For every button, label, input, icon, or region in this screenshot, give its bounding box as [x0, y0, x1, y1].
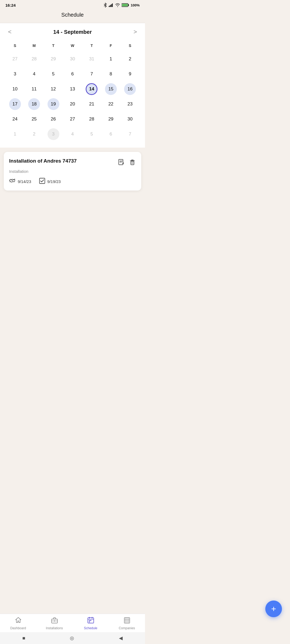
day-number: 22 — [105, 98, 117, 110]
day-number: 3 — [9, 68, 21, 80]
calendar-day[interactable]: 4 — [24, 67, 44, 81]
day-number: 19 — [48, 98, 59, 110]
day-header-fri: F — [101, 42, 120, 49]
next-month-button[interactable]: > — [131, 28, 140, 35]
calendar-day[interactable]: 12 — [44, 82, 63, 96]
status-time: 16:24 — [5, 3, 16, 8]
calendar-day[interactable]: 19 — [44, 97, 63, 111]
prev-month-button[interactable]: < — [5, 28, 14, 35]
day-number: 4 — [28, 68, 40, 80]
day-number: 2 — [124, 53, 136, 65]
wifi-icon — [115, 3, 120, 7]
day-number: 3 — [48, 128, 59, 140]
edit-event-button[interactable] — [118, 159, 125, 167]
day-number: 1 — [105, 53, 117, 65]
calendar-day[interactable]: 31 — [82, 52, 101, 66]
day-number: 18 — [28, 98, 40, 110]
calendar-day[interactable]: 7 — [121, 127, 140, 141]
day-number: 20 — [67, 98, 78, 110]
calendar-day[interactable]: 11 — [24, 82, 44, 96]
day-number: 23 — [124, 98, 136, 110]
calendar-day[interactable]: 2 — [121, 52, 140, 66]
svg-rect-1 — [110, 5, 111, 7]
calendar-day[interactable]: 3 — [44, 127, 63, 141]
calendar-day[interactable]: 1 — [5, 127, 24, 141]
calendar-day[interactable]: 15 — [101, 82, 120, 96]
day-number: 30 — [67, 53, 78, 65]
calendar-day[interactable]: 2 — [24, 127, 44, 141]
day-headers: S M T W T F S — [5, 42, 140, 49]
calendar-day[interactable]: 29 — [44, 52, 63, 66]
calendar-day[interactable]: 6 — [63, 67, 82, 81]
calendar-day[interactable]: 18 — [24, 97, 44, 111]
event-end-date: 9/19/23 — [39, 178, 61, 185]
calendar-day[interactable]: 6 — [101, 127, 120, 141]
event-start-date-value: 9/14/23 — [18, 179, 31, 184]
calendar-grid: 2728293031123456789101112131415161718192… — [5, 52, 140, 141]
calendar-day[interactable]: 4 — [63, 127, 82, 141]
day-number: 13 — [67, 83, 78, 95]
day-number: 5 — [48, 68, 59, 80]
day-number: 16 — [124, 83, 136, 95]
day-number: 7 — [86, 68, 97, 80]
calendar-day[interactable]: 13 — [63, 82, 82, 96]
delete-event-button[interactable] — [129, 159, 136, 167]
calendar-day[interactable]: 5 — [44, 67, 63, 81]
calendar-day[interactable]: 24 — [5, 112, 24, 126]
calendar-day[interactable]: 23 — [121, 97, 140, 111]
handshake-icon — [9, 178, 16, 185]
day-number: 6 — [105, 128, 117, 140]
day-header-mon: M — [24, 42, 44, 49]
day-header-wed: W — [63, 42, 82, 49]
battery-percent: 100% — [131, 3, 140, 7]
day-number: 24 — [9, 113, 21, 125]
svg-rect-8 — [131, 161, 134, 165]
calendar-day[interactable]: 8 — [101, 67, 120, 81]
day-header-sun: S — [5, 42, 24, 49]
svg-rect-2 — [111, 4, 112, 7]
calendar-day[interactable]: 1 — [101, 52, 120, 66]
svg-rect-5 — [128, 4, 129, 6]
status-icons: 100% — [103, 3, 140, 8]
day-header-sat: S — [121, 42, 140, 49]
event-card-header: Installation of Andres 74737 — [9, 158, 136, 167]
calendar-day[interactable]: 9 — [121, 67, 140, 81]
day-header-thu: T — [82, 42, 101, 49]
calendar-day[interactable]: 30 — [121, 112, 140, 126]
calendar-day[interactable]: 21 — [82, 97, 101, 111]
calendar-day[interactable]: 10 — [5, 82, 24, 96]
page-header: Schedule — [0, 9, 145, 23]
calendar-day[interactable]: 27 — [5, 52, 24, 66]
day-number: 21 — [86, 98, 97, 110]
calendar-day[interactable]: 28 — [82, 112, 101, 126]
day-number: 27 — [67, 113, 78, 125]
calendar-day[interactable]: 14 — [82, 82, 101, 96]
calendar-day[interactable]: 7 — [82, 67, 101, 81]
calendar-day[interactable]: 27 — [63, 112, 82, 126]
calendar-day[interactable]: 20 — [63, 97, 82, 111]
day-number: 7 — [124, 128, 136, 140]
event-title: Installation of Andres 74737 — [9, 158, 77, 164]
calendar-day[interactable]: 30 — [63, 52, 82, 66]
day-number: 9 — [124, 68, 136, 80]
signal-icon — [109, 3, 114, 7]
calendar-day[interactable]: 3 — [5, 67, 24, 81]
day-number: 28 — [86, 113, 97, 125]
day-number: 17 — [9, 98, 21, 110]
event-dates: 9/14/23 9/19/23 — [9, 178, 136, 185]
calendar-day[interactable]: 5 — [82, 127, 101, 141]
calendar-day[interactable]: 22 — [101, 97, 120, 111]
calendar-day[interactable]: 28 — [24, 52, 44, 66]
day-number: 6 — [67, 68, 78, 80]
calendar-day[interactable]: 25 — [24, 112, 44, 126]
event-card: Installation of Andres 74737 — [4, 152, 141, 191]
calendar-day[interactable]: 29 — [101, 112, 120, 126]
day-number: 25 — [28, 113, 40, 125]
day-number: 12 — [48, 83, 59, 95]
day-number: 15 — [105, 83, 117, 95]
calendar-day[interactable]: 17 — [5, 97, 24, 111]
day-number: 29 — [105, 113, 117, 125]
bluetooth-icon — [103, 3, 107, 8]
calendar-day[interactable]: 26 — [44, 112, 63, 126]
calendar-day[interactable]: 16 — [121, 82, 140, 96]
